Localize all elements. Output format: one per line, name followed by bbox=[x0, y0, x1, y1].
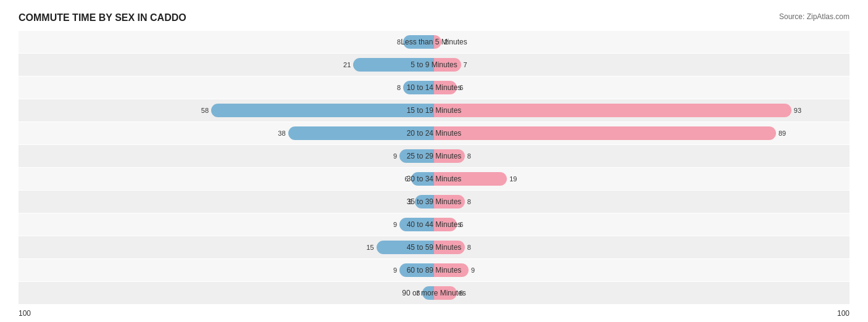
female-value: 6 bbox=[459, 221, 463, 228]
female-bar: 7 bbox=[434, 58, 461, 72]
male-bar: 9 bbox=[399, 149, 434, 163]
female-bar: 93 bbox=[434, 104, 791, 117]
male-bar: 21 bbox=[353, 58, 434, 72]
chart-title: COMMUTE TIME BY SEX IN CADDO bbox=[19, 12, 186, 23]
male-bar: 9 bbox=[399, 263, 434, 277]
female-bar: 8 bbox=[434, 241, 465, 254]
male-value: 6 bbox=[405, 175, 409, 183]
female-bar: 8 bbox=[434, 149, 465, 163]
female-value: 8 bbox=[467, 152, 471, 160]
bar-row: 15845 to 59 Minutes bbox=[19, 236, 849, 258]
female-bar: 6 bbox=[434, 286, 457, 300]
bar-row: 3690 or more Minutes bbox=[19, 282, 849, 304]
female-value: 89 bbox=[778, 130, 786, 137]
female-value: 7 bbox=[464, 61, 467, 68]
bar-row: 388920 to 24 Minutes bbox=[19, 122, 849, 144]
male-value: 8 bbox=[397, 38, 401, 46]
chart-source: Source: ZipAtlas.com bbox=[779, 12, 849, 21]
male-value: 38 bbox=[278, 130, 285, 137]
female-bar: 2 bbox=[434, 35, 441, 49]
male-value: 3 bbox=[416, 289, 420, 297]
chart-area: 82Less than 5 Minutes2175 to 9 Minutes86… bbox=[19, 31, 849, 322]
bars-container: 82Less than 5 Minutes2175 to 9 Minutes86… bbox=[19, 31, 849, 304]
male-value: 5 bbox=[409, 198, 412, 205]
male-bar: 15 bbox=[377, 241, 434, 254]
female-value: 93 bbox=[794, 107, 801, 114]
bar-row: 61930 to 34 Minutes bbox=[19, 168, 849, 190]
female-value: 19 bbox=[509, 175, 517, 183]
male-value: 58 bbox=[201, 107, 209, 114]
bar-row: 9825 to 29 Minutes bbox=[19, 145, 849, 167]
bar-row: 9960 to 89 Minutes bbox=[19, 259, 849, 281]
female-bar: 6 bbox=[434, 81, 457, 94]
axis-label-left: 100 bbox=[19, 309, 31, 318]
female-value: 9 bbox=[471, 266, 475, 274]
female-bar: 19 bbox=[434, 172, 507, 186]
bar-row: 5835 to 39 Minutes bbox=[19, 191, 849, 213]
female-bar: 6 bbox=[434, 218, 457, 231]
bar-row: 589315 to 19 Minutes bbox=[19, 99, 849, 122]
female-value: 6 bbox=[459, 84, 463, 91]
female-value: 8 bbox=[467, 244, 471, 251]
male-value: 8 bbox=[397, 84, 401, 91]
axis-labels: 100 100 bbox=[19, 309, 849, 318]
male-bar: 6 bbox=[411, 172, 434, 186]
male-value: 9 bbox=[393, 266, 397, 274]
bar-row: 2175 to 9 Minutes bbox=[19, 54, 849, 76]
bar-row: 8610 to 14 Minutes bbox=[19, 76, 849, 99]
male-bar: 8 bbox=[403, 35, 434, 49]
bar-row: 9640 to 44 Minutes bbox=[19, 213, 849, 236]
male-bar: 3 bbox=[422, 286, 434, 300]
bar-row: 82Less than 5 Minutes bbox=[19, 31, 849, 53]
female-bar: 8 bbox=[434, 195, 465, 208]
female-bar: 89 bbox=[434, 126, 776, 140]
male-value: 21 bbox=[343, 61, 351, 68]
female-value: 2 bbox=[444, 38, 448, 46]
male-bar: 5 bbox=[415, 195, 434, 208]
male-bar: 58 bbox=[211, 104, 434, 117]
male-value: 9 bbox=[393, 152, 397, 160]
male-value: 15 bbox=[366, 244, 373, 251]
male-bar: 38 bbox=[288, 126, 434, 140]
male-bar: 8 bbox=[403, 81, 434, 94]
female-bar: 9 bbox=[434, 263, 469, 277]
axis-label-right: 100 bbox=[837, 309, 849, 318]
male-bar: 9 bbox=[399, 218, 434, 231]
male-value: 9 bbox=[393, 221, 397, 228]
female-value: 6 bbox=[459, 289, 463, 297]
female-value: 8 bbox=[467, 198, 471, 205]
